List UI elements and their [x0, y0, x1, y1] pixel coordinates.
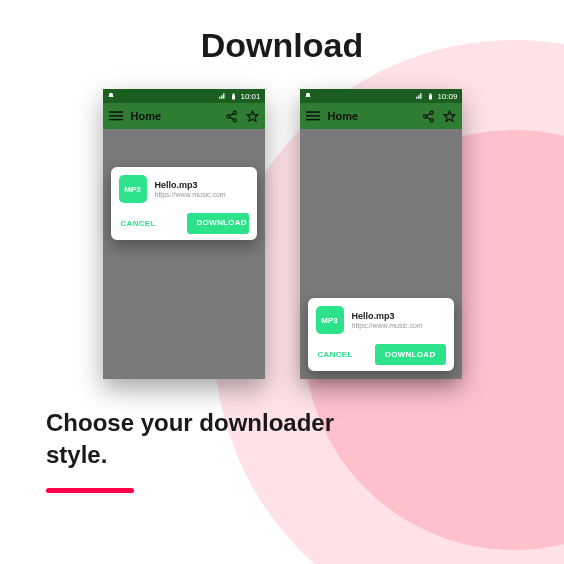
svg-rect-3: [109, 115, 123, 116]
notification-icon: [107, 92, 115, 100]
svg-point-7: [233, 118, 236, 121]
notification-icon: [304, 92, 312, 100]
menu-icon[interactable]: [306, 109, 320, 123]
subtitle: Choose your downloader style.: [46, 407, 564, 472]
share-icon[interactable]: [422, 110, 435, 123]
subtitle-line-1: Choose your downloader: [46, 409, 334, 436]
svg-rect-0: [233, 94, 236, 99]
svg-rect-2: [109, 111, 123, 112]
svg-rect-15: [306, 119, 320, 120]
statusbar: 10:01: [103, 89, 265, 103]
phone-right: 10:09 Home MP3 Hello.mp3 ht: [300, 89, 462, 379]
star-icon[interactable]: [246, 110, 259, 123]
svg-rect-13: [306, 111, 320, 112]
download-button[interactable]: DOWNLOAD: [375, 344, 445, 365]
svg-line-19: [426, 113, 430, 115]
file-name: Hello.mp3: [352, 311, 423, 321]
file-type-badge: MP3: [119, 175, 147, 203]
battery-icon: [230, 92, 237, 101]
svg-rect-12: [430, 93, 431, 94]
battery-icon: [427, 92, 434, 101]
subtitle-line-2: style.: [46, 441, 107, 468]
download-button[interactable]: DOWNLOAD: [187, 213, 249, 234]
toolbar: Home: [103, 103, 265, 129]
file-name: Hello.mp3: [155, 180, 226, 190]
cancel-button[interactable]: CANCEL: [119, 215, 158, 232]
file-url: https://www.music.com: [352, 322, 423, 329]
svg-point-17: [423, 114, 426, 117]
svg-rect-14: [306, 115, 320, 116]
cancel-button[interactable]: CANCEL: [316, 346, 355, 363]
svg-point-6: [226, 114, 229, 117]
toolbar-title: Home: [328, 110, 414, 122]
svg-line-20: [426, 117, 430, 119]
download-dialog-bottom: MP3 Hello.mp3 https://www.music.com CANC…: [308, 298, 454, 371]
phones-row: 10:01 Home MP3 Hello.mp3 ht: [0, 89, 564, 379]
toolbar-title: Home: [131, 110, 217, 122]
file-url: https://www.music.com: [155, 191, 226, 198]
toolbar: Home: [300, 103, 462, 129]
statusbar: 10:09: [300, 89, 462, 103]
svg-rect-4: [109, 119, 123, 120]
clock-text: 10:01: [240, 92, 260, 101]
svg-line-8: [229, 113, 233, 115]
accent-underline: [46, 488, 134, 493]
svg-point-5: [233, 111, 236, 114]
share-icon[interactable]: [225, 110, 238, 123]
page-title: Download: [0, 26, 564, 65]
menu-icon[interactable]: [109, 109, 123, 123]
file-type-badge: MP3: [316, 306, 344, 334]
signal-icon: [415, 92, 424, 100]
download-dialog-centered: MP3 Hello.mp3 https://www.music.com CANC…: [111, 167, 257, 240]
svg-line-9: [229, 117, 233, 119]
signal-icon: [218, 92, 227, 100]
svg-marker-10: [247, 111, 258, 121]
svg-point-16: [430, 111, 433, 114]
star-icon[interactable]: [443, 110, 456, 123]
svg-rect-1: [233, 93, 234, 94]
svg-point-18: [430, 118, 433, 121]
clock-text: 10:09: [437, 92, 457, 101]
phone-left: 10:01 Home MP3 Hello.mp3 ht: [103, 89, 265, 379]
svg-rect-11: [430, 94, 433, 99]
svg-marker-21: [444, 111, 455, 121]
